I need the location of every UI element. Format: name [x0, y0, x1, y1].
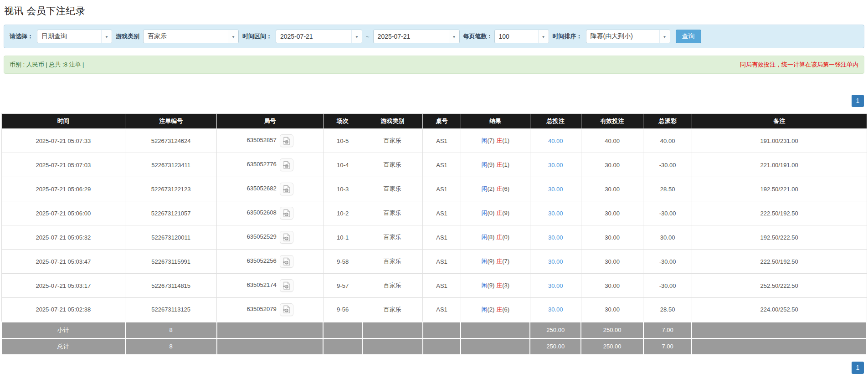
- cell-valid-bet: 30.00: [581, 177, 643, 201]
- cell-result: 闲(9)庄(7): [461, 250, 530, 274]
- game-type-value: 百家乐: [144, 32, 171, 41]
- total-bet-link[interactable]: 40.00: [548, 138, 563, 144]
- result-banker-label: 庄: [496, 209, 502, 216]
- total-bet-link[interactable]: 30.00: [548, 258, 563, 265]
- date-to-value: 2025-07-21: [374, 33, 415, 40]
- date-to-select[interactable]: 2025-07-21 ▾: [373, 30, 460, 43]
- video-replay-button[interactable]: [280, 183, 293, 195]
- result-player-value: (0): [487, 209, 494, 216]
- result-banker-value: (1): [502, 161, 509, 168]
- result-banker-label: 庄: [496, 234, 502, 240]
- page-1-button[interactable]: 1: [852, 362, 864, 374]
- cell-session: 10-4: [323, 153, 362, 177]
- table-summary-body: 小计 8 250.00 250.00 7.00 总计 8 25: [1, 322, 867, 355]
- cell-table-no: AS1: [423, 274, 461, 298]
- header-round-id: 局号: [217, 114, 324, 129]
- game-type-label: 游戏类别: [116, 32, 139, 41]
- chevron-down-icon[interactable]: ▾: [538, 30, 549, 43]
- cell-round-id: 635052256: [217, 250, 324, 274]
- page-1-button[interactable]: 1: [852, 95, 864, 107]
- cell-payout: -30.00: [643, 250, 692, 274]
- table-row: 2025-07-21 05:03:17 522673114815 6350521…: [1, 274, 867, 298]
- cell-total-bet: 30.00: [530, 225, 581, 250]
- cell-remark: 224.00/252.50: [692, 298, 867, 322]
- chevron-down-icon[interactable]: ▾: [101, 30, 112, 43]
- cell-valid-bet: 30.00: [581, 250, 643, 274]
- cell-bet-id: 522673114815: [125, 274, 217, 298]
- chevron-down-icon[interactable]: ▾: [228, 30, 238, 43]
- total-empty-round: [217, 338, 324, 355]
- cell-payout: 28.50: [643, 177, 692, 201]
- chevron-down-icon[interactable]: ▾: [659, 30, 670, 43]
- cell-payout: -30.00: [643, 153, 692, 177]
- sort-order-select[interactable]: 降幂(由大到小) ▾: [586, 30, 670, 43]
- total-total-bet: 250.00: [530, 338, 581, 355]
- total-bet-link[interactable]: 30.00: [548, 186, 563, 193]
- date-from-select[interactable]: 2025-07-21 ▾: [276, 30, 362, 43]
- round-id-text: 635052857: [247, 137, 277, 143]
- cell-total-bet: 30.00: [530, 298, 581, 322]
- bet-records-table: 时间 注单编号 局号 场次 游戏类别 桌号 结果 总投注 有效投注 总派彩 备注…: [1, 113, 867, 355]
- video-replay-icon: [283, 305, 290, 314]
- video-replay-button[interactable]: [280, 134, 293, 147]
- cell-remark: 252.50/222.50: [692, 274, 867, 298]
- result-player-label: 闲: [481, 137, 487, 144]
- result-banker-value: (1): [502, 137, 509, 144]
- query-type-value: 日期查询: [37, 32, 71, 41]
- cell-round-id: 635052608: [217, 201, 324, 225]
- video-replay-button[interactable]: [280, 231, 293, 244]
- subtotal-count: 8: [125, 322, 217, 338]
- cell-table-no: AS1: [423, 201, 461, 225]
- result-player-value: (8): [487, 234, 494, 240]
- header-bet-id: 注单编号: [125, 114, 217, 129]
- round-id-text: 635052079: [247, 306, 277, 312]
- header-result: 结果: [461, 114, 530, 129]
- range-separator: ~: [366, 33, 370, 40]
- subtotal-valid-bet: 250.00: [581, 322, 643, 338]
- same-round-note: 同局有效投注，统一计算在该局第一张注单内: [740, 61, 858, 69]
- date-from-value: 2025-07-21: [276, 33, 317, 40]
- cell-time: 2025-07-21 05:07:03: [1, 153, 125, 177]
- cell-result: 闲(2)庄(6): [461, 177, 530, 201]
- round-id-text: 635052776: [247, 161, 277, 168]
- total-bet-link[interactable]: 30.00: [548, 162, 563, 169]
- chevron-down-icon[interactable]: ▾: [351, 30, 362, 43]
- video-replay-button[interactable]: [280, 207, 293, 220]
- cell-game-type: 百家乐: [362, 250, 423, 274]
- cell-round-id: 635052079: [217, 298, 324, 322]
- video-replay-button[interactable]: [280, 303, 293, 316]
- result-banker-value: (3): [502, 282, 509, 289]
- video-replay-button[interactable]: [280, 158, 293, 171]
- header-game-type: 游戏类别: [362, 114, 423, 129]
- page-size-select[interactable]: 100 ▾: [494, 30, 549, 43]
- total-bet-link[interactable]: 30.00: [548, 306, 563, 313]
- result-player-label: 闲: [481, 306, 487, 313]
- subtotal-payout: 7.00: [643, 322, 692, 338]
- game-type-select[interactable]: 百家乐 ▾: [143, 30, 239, 43]
- chevron-down-icon[interactable]: ▾: [449, 30, 459, 43]
- video-replay-icon: [283, 257, 290, 266]
- cell-game-type: 百家乐: [362, 201, 423, 225]
- video-replay-button[interactable]: [280, 279, 293, 292]
- video-replay-button[interactable]: [280, 255, 293, 268]
- total-label: 总计: [1, 338, 125, 355]
- table-row: 2025-07-21 05:05:32 522673120011 6350525…: [1, 225, 867, 250]
- total-bet-link[interactable]: 30.00: [548, 210, 563, 217]
- query-type-select[interactable]: 日期查询 ▾: [37, 30, 112, 43]
- total-payout: 7.00: [643, 338, 692, 355]
- total-bet-link[interactable]: 30.00: [548, 234, 563, 241]
- header-row: 时间 注单编号 局号 场次 游戏类别 桌号 结果 总投注 有效投注 总派彩 备注: [1, 114, 867, 129]
- cell-bet-id: 522673124624: [125, 129, 217, 153]
- cell-valid-bet: 30.00: [581, 274, 643, 298]
- header-table-no: 桌号: [423, 114, 461, 129]
- table-row: 2025-07-21 05:07:03 522673123411 6350527…: [1, 153, 867, 177]
- result-banker-label: 庄: [496, 282, 502, 289]
- table-header: 时间 注单编号 局号 场次 游戏类别 桌号 结果 总投注 有效投注 总派彩 备注: [1, 114, 867, 129]
- round-id-text: 635052608: [247, 209, 277, 216]
- cell-bet-id: 522673121057: [125, 201, 217, 225]
- cell-result: 闲(0)庄(9): [461, 201, 530, 225]
- search-button[interactable]: 查询: [676, 30, 701, 43]
- total-bet-link[interactable]: 30.00: [548, 282, 563, 289]
- cell-time: 2025-07-21 05:03:17: [1, 274, 125, 298]
- result-player-label: 闲: [481, 209, 487, 216]
